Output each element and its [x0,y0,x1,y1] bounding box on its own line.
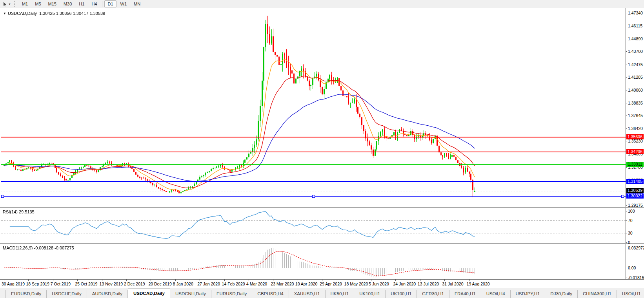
date-axis-label: 31 Jul 2020 [442,282,463,286]
tf-button-h4[interactable]: H4 [88,0,100,7]
tf-button-m1[interactable]: M1 [19,0,31,7]
tab-uk100-h1-2[interactable]: UK100,H1 [386,290,417,298]
chart-symbol: USDCAD,Daily [8,11,37,16]
chevron-down-icon[interactable]: ▼ [3,12,6,15]
price-axis-tick [626,77,627,78]
pane-splitter-rsi[interactable] [0,207,644,208]
price-axis-tick [626,51,627,52]
date-axis-tick [224,279,225,281]
date-axis-label: 24 Jun 2020 [393,282,416,286]
tf-button-h1[interactable]: H1 [76,0,87,7]
date-axis-label: 18 May 2020 [344,282,368,286]
current-price-badge: 1.30539 [626,188,644,193]
price-axis-tick [626,39,627,39]
date-axis-label: 2 Dec 2019 [124,282,145,286]
date-axis-label: 29 Apr 2020 [320,282,342,286]
tab-dj30-daily[interactable]: DJ30,Daily [545,290,578,298]
rsi-axis-label: 0 [628,240,630,245]
price-axis-label: 1.40060 [628,88,643,92]
date-axis-label: 4 Mar 2020 [246,282,267,286]
tf-button-mn[interactable]: MN [131,0,144,7]
macd-pane-canvas[interactable] [1,244,626,279]
date-axis-label: 25 Oct 2019 [75,282,97,286]
date-axis-label: 14 Feb 2020 [222,282,245,286]
date-axis-tick [175,279,176,281]
tab-usoil-h1[interactable]: USOil,H1 [617,290,644,298]
macd-indicator-label: MACD(12,26,9) -0.008128 -0.007275 [3,246,74,250]
date-axis-tick [273,279,273,281]
rsi-pane-canvas[interactable] [1,208,626,243]
date-axis-label: 30 Aug 2019 [2,282,25,286]
macd-axis-tick [626,268,627,268]
tab-xauusd-h1[interactable]: XAUUSD,H1 [289,290,326,298]
rsi-axis-tick [626,233,627,233]
price-level-badge: 1.35606 [626,134,644,139]
date-axis-label: 27 Jan 2020 [197,282,220,286]
macd-axis-label: 0.032972 [628,246,644,250]
tab-eurusd-daily[interactable]: EURUSD,Daily [5,290,47,298]
date-axis-label: 13 Jul 2020 [418,282,439,286]
date-axis-label: 7 Oct 2019 [51,282,71,286]
date-axis-tick [53,279,53,281]
tab-china300-h1[interactable]: CHINA300,H1 [578,290,617,298]
rsi-value: 29.5135 [19,210,35,214]
mt4-terminal: ▼ M1 M5 M15 M30 H1 H4 D1 W1 MN ▼USDCAD,D… [0,0,644,298]
price-axis-label: 1.42475 [628,62,643,67]
tab-usdcnh-daily[interactable]: USDCNH,Daily [170,290,211,298]
date-axis-tick [28,279,29,281]
date-axis-label: 10 Apr 2020 [295,282,318,286]
chevron-down-icon[interactable]: ▼ [8,3,11,5]
rsi-axis-label: 100 [628,209,635,213]
tab-hk50-h1[interactable]: HK50,H1 [326,290,355,298]
price-axis-label: 1.29175 [628,203,643,208]
rsi-axis-tick [626,242,627,243]
tab-uk100-h1[interactable]: UK100,H1 [354,290,386,298]
tf-button-d1[interactable]: D1 [104,0,116,7]
tab-gbpusd-h4[interactable]: GBPUSD,H4 [252,290,289,298]
date-axis-tick [200,279,200,281]
tab-audusd-daily[interactable]: AUDUSD,Daily [87,290,128,298]
price-level-badge: 1.30022 [626,193,644,199]
price-level-badge: 1.31405 [626,179,644,184]
chart-tab-bar: EURUSD,Daily USDCHF,Daily AUDUSD,Daily U… [0,288,644,298]
date-axis-label: 5 Jun 2020 [369,282,389,286]
chart-window: ▼USDCAD,Daily 1.30425 1.30856 1.30417 1.… [0,8,644,288]
price-axis-tick [626,128,627,129]
tab-fra40-h1[interactable]: FRA40,H1 [449,290,481,298]
price-chart-canvas[interactable] [1,10,626,207]
macd-axis-label: -0.018154 [628,275,644,280]
macd-axis-tick [626,278,627,278]
tab-usdjpy-h1[interactable]: USDJPY,H1 [511,290,546,298]
tab-usdchf-daily[interactable]: USDCHF,Daily [47,290,87,298]
toolbar-grip [14,1,16,7]
tab-usdcad-daily[interactable]: USDCAD,Daily [128,289,170,298]
price-axis-tick [626,167,627,168]
date-axis-label: 20 Dec 2019 [148,282,172,286]
chart-ohlc-values: 1.30425 1.30856 1.30417 1.30539 [39,11,105,16]
date-axis-label: 8 Jan 2020 [173,282,193,286]
tf-button-m15[interactable]: M15 [45,0,60,7]
crosshair-cursor-button[interactable]: ▼ [1,1,12,7]
rsi-axis-label: 70 [628,218,633,223]
price-level-badge: 1.34206 [626,149,644,154]
pane-splitter-macd[interactable] [0,243,644,244]
tf-button-m30[interactable]: M30 [60,0,75,7]
tf-button-w1[interactable]: W1 [117,0,130,7]
price-axis-label: 1.36420 [628,126,643,131]
cursor-icon [2,2,7,7]
rsi-axis-tick [626,220,627,221]
macd-values: -0.008128 -0.007275 [34,246,74,250]
date-axis-tick [371,279,371,281]
tab-eurusd-daily-2[interactable]: EURUSD,Daily [211,290,252,298]
price-axis-tick [626,26,627,26]
price-axis-label: 1.44890 [628,36,643,41]
tab-ger30-h1[interactable]: GER30,H1 [417,290,449,298]
price-level-badge: 1.33011 [626,162,644,167]
tab-usoil-h4[interactable]: USOil,H4 [481,290,511,298]
rsi-indicator-label: RSI(14) 29.5135 [3,210,35,214]
date-axis-label: 18 Sep 2019 [26,282,49,286]
tf-button-m5[interactable]: M5 [32,0,44,7]
date-axis-label: 13 Nov 2019 [100,282,123,286]
price-axis-tick [626,116,627,116]
chart-left-border [1,8,1,279]
